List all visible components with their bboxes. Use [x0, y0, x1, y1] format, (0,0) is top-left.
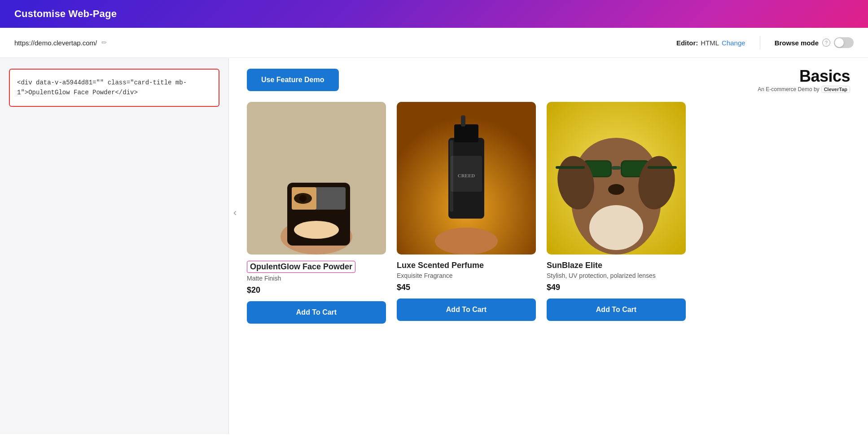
svg-text:CREED: CREED	[458, 173, 475, 178]
product-card: OpulentGlow Face Powder Matte Finish $20…	[247, 102, 386, 324]
edit-url-icon[interactable]: ✏	[101, 39, 107, 47]
product-title-highlighted-wrapper: OpulentGlow Face Powder	[247, 261, 386, 275]
svg-rect-15	[450, 140, 453, 212]
product-image-container	[547, 102, 686, 255]
add-to-cart-button-2[interactable]: Add To Cart	[397, 299, 536, 321]
clevertap-logo: CleverTap	[821, 86, 850, 93]
product-title: Luxe Scented Perfume	[397, 261, 536, 270]
product-subtitle: Matte Finish	[247, 275, 386, 282]
demo-site: Use Feature Demo Basics An E-commerce De…	[229, 58, 868, 93]
product-card: SunBlaze Elite Stylish, UV protection, p…	[547, 102, 686, 324]
svg-point-24	[608, 184, 624, 195]
svg-point-27	[589, 205, 643, 250]
product-image-container	[247, 102, 386, 255]
page-title: Customise Web-Page	[14, 8, 117, 20]
demo-site-header: Use Feature Demo Basics An E-commerce De…	[247, 67, 850, 93]
divider	[760, 36, 760, 49]
svg-point-5	[294, 221, 339, 239]
svg-rect-11	[454, 124, 478, 142]
svg-point-9	[435, 228, 498, 255]
products-area: ‹	[229, 102, 868, 324]
change-editor-button[interactable]: Change	[722, 39, 745, 47]
selected-element-code: <div data-v-a5944d81="" class="card-titl…	[9, 69, 219, 107]
product-price: $45	[397, 283, 536, 292]
product-title: SunBlaze Elite	[547, 261, 686, 270]
brand-sub: An E-commerce Demo by CleverTap	[758, 86, 850, 93]
url-display: https://demo.clevertap.com/	[14, 39, 97, 47]
right-panel: Use Feature Demo Basics An E-commerce De…	[229, 58, 868, 434]
brand-name: Basics	[758, 67, 850, 86]
url-bar: https://demo.clevertap.com/ ✏ Editor: HT…	[0, 28, 868, 58]
product-subtitle: Exquisite Fragrance	[397, 272, 536, 279]
browse-mode-toggle[interactable]	[834, 37, 854, 48]
editor-type: HTML	[701, 39, 719, 47]
add-to-cart-button-1[interactable]: Add To Cart	[247, 301, 386, 324]
product-image-container: CREED	[397, 102, 536, 255]
products-grid: OpulentGlow Face Powder Matte Finish $20…	[247, 102, 850, 324]
url-left: https://demo.clevertap.com/ ✏	[14, 39, 107, 47]
main-content: <div data-v-a5944d81="" class="card-titl…	[0, 58, 868, 434]
brand-sub-text: An E-commerce Demo by	[758, 86, 819, 92]
product-card: CREED Luxe Scented Perfume Exquisite Fra…	[397, 102, 536, 324]
svg-rect-29	[648, 166, 677, 169]
browse-mode-section: Browse mode ?	[775, 37, 854, 48]
product-price: $49	[547, 283, 686, 292]
top-header: Customise Web-Page	[0, 0, 868, 28]
product-subtitle: Stylish, UV protection, polarized lenses	[547, 272, 686, 279]
add-to-cart-button-3[interactable]: Add To Cart	[547, 299, 686, 321]
left-panel: <div data-v-a5944d81="" class="card-titl…	[0, 58, 229, 434]
product-image-1	[247, 102, 386, 255]
product-title: OpulentGlow Face Powder	[247, 261, 355, 273]
brand-area: Basics An E-commerce Demo by CleverTap	[758, 67, 850, 93]
use-feature-demo-button[interactable]: Use Feature Demo	[247, 69, 339, 91]
product-price: $20	[247, 285, 386, 295]
svg-rect-28	[556, 166, 585, 169]
browse-mode-label: Browse mode	[775, 39, 819, 47]
editor-label: Editor:	[676, 39, 698, 47]
svg-point-7	[299, 195, 307, 202]
svg-rect-21	[612, 166, 621, 170]
carousel-prev-arrow[interactable]: ‹	[233, 207, 237, 219]
svg-rect-12	[461, 115, 465, 127]
toggle-knob	[835, 38, 844, 47]
url-right: Editor: HTML Change Browse mode ?	[676, 36, 854, 49]
browse-mode-help-icon[interactable]: ?	[822, 39, 830, 47]
product-image-3	[547, 102, 686, 255]
product-image-2: CREED	[397, 102, 536, 255]
editor-section: Editor: HTML Change	[676, 39, 745, 47]
